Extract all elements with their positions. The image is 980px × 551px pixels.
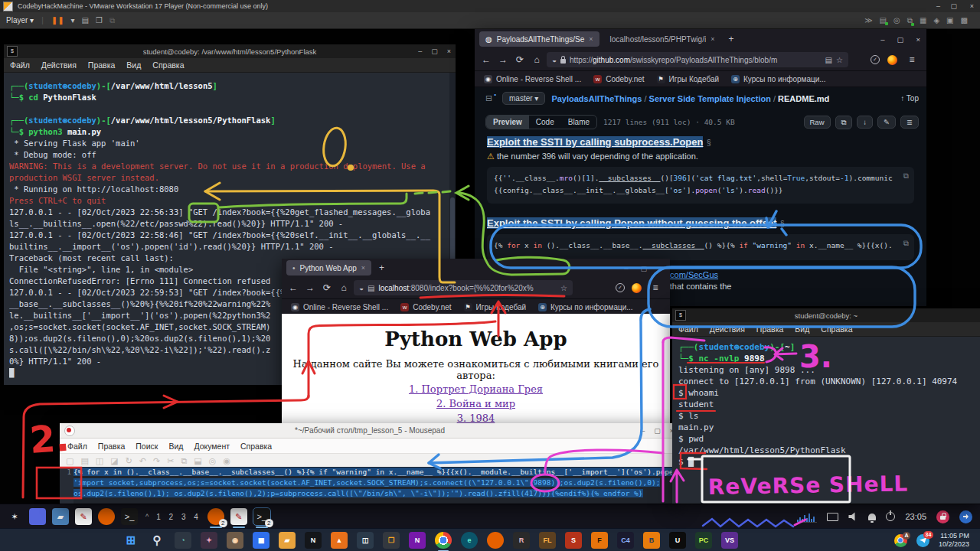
show-desktop-icon[interactable] [29,508,46,525]
minimize-icon[interactable]: – [641,427,645,435]
bookmark-courses-icon[interactable]: ⊕Курсы по информаци... [731,75,826,83]
sound-icon[interactable]: ◈ [933,16,939,24]
breadcrumb-repo[interactable]: PayloadsAllTheThings [551,94,642,103]
substance-icon[interactable]: S [565,532,582,549]
unity-mode-icon[interactable]: ⧉ [109,16,115,25]
copy-code-icon[interactable]: ⧉ [903,239,909,248]
bookmark-star-icon[interactable]: ☆ [836,56,843,64]
anchor-link-icon[interactable]: § [707,139,711,147]
close-icon[interactable]: × [659,264,664,272]
forward-icon[interactable]: → [496,54,510,65]
calendar-icon[interactable]: ▦ [253,532,270,549]
volume-icon[interactable] [848,512,858,521]
bookmark-codeby-net-icon[interactable]: wCodeby.net [400,303,451,311]
tab-payloadsallthethings[interactable]: ◍ PayloadsAllTheThings/Se × [479,31,599,47]
mousepad-window[interactable]: *~/Рабочий стол/tmp_lesson_5 - Mousepad … [60,423,680,504]
breadcrumb-folder[interactable]: Server Side Template Injection [649,94,771,103]
menu-item-действия[interactable]: Действия [41,60,77,70]
list-icon[interactable]: ≣ [900,116,919,129]
bookmark-codeby-games-icon[interactable]: ⚑Игры Кодебай [464,303,526,311]
replace-icon[interactable]: ◉ [223,456,230,466]
virtualbox-icon[interactable]: ◫ [357,532,374,549]
vmware-minimize-button[interactable]: – [936,2,940,10]
bookmark-codeby-net-icon[interactable]: wCodeby.net [593,75,644,83]
menu-item-справка[interactable]: Справка [821,324,852,334]
find-icon[interactable]: ◎ [209,456,217,466]
cut-icon[interactable]: ✂ [167,456,174,466]
terminal-window-netcat[interactable]: $ student@codeby: ~ ФайлДействияПравкаВи… [672,308,980,504]
vmware-maximize-button[interactable]: ▢ [950,2,957,10]
home-icon[interactable]: ⌂ [530,54,544,65]
maximize-icon[interactable]: ▢ [431,47,438,55]
settings-icon[interactable]: ▣ [946,16,953,24]
download-icon[interactable]: ↓ [857,116,873,129]
save-as-icon[interactable]: ◪ [110,456,118,466]
menu-item-действия[interactable]: Действия [710,324,745,334]
visual-studio-icon[interactable]: VS [721,532,738,549]
mousepad-titlebar[interactable]: *~/Рабочий стол/tmp_lesson_5 - Mousepad … [60,423,680,439]
menu-item-файл[interactable]: Файл [10,60,30,70]
book-link-2[interactable]: 2. Война и мир [436,398,515,409]
copy-icon[interactable]: ⧉ [181,456,188,466]
menu-item-поиск[interactable]: Поиск [136,442,158,451]
slack-icon[interactable]: ✦ [201,532,217,549]
menu-item-файл[interactable]: Файл [67,442,87,451]
menu-item-правка[interactable]: Правка [88,60,115,70]
menu-item-правка[interactable]: Правка [756,324,783,334]
vmware-icon[interactable]: ❒ [383,532,400,549]
player-menu[interactable]: Player ▾ [6,16,34,24]
copy-code-icon[interactable]: ⧉ [903,171,909,181]
sidebar-toggle-icon[interactable]: ⊟ [485,93,492,103]
maximize-icon[interactable]: ▢ [897,35,903,44]
pycharm-icon[interactable]: PC [695,532,712,549]
tab-preview[interactable]: Preview [486,116,529,129]
app-menu-icon[interactable]: ≡ [648,282,662,293]
raw-button[interactable]: Raw [804,116,831,129]
app-menu-icon[interactable]: ≡ [905,54,919,65]
anchor-link-icon[interactable]: § [780,220,785,228]
tab-blame[interactable]: Blame [561,116,596,129]
usb-icon[interactable]: ▦ [920,16,926,24]
vlc-icon[interactable]: ▲ [331,532,348,549]
notion-icon[interactable]: N [305,532,322,549]
branch-selector-button[interactable]: master ▾ [502,92,545,105]
top-link[interactable]: ↑ Top [900,94,919,103]
copy-raw-icon[interactable]: ⧉ [835,116,853,129]
bookmark-codeby-games-icon[interactable]: ⚑Игры Кодебай [657,75,719,83]
menu-item-вид[interactable]: Вид [168,442,183,451]
minimize-icon[interactable]: – [624,264,628,272]
terminal-flask-titlebar[interactable]: $ student@codeby: /var/www/html/lesson5/… [4,44,456,58]
davinci-resolve-icon[interactable]: R [513,532,530,549]
taskbar-expand-icon[interactable]: ^ [145,513,149,520]
tab-python-web-app[interactable]: • Python Web App × [286,260,371,276]
forward-icon[interactable]: → [303,282,317,293]
open-file-icon[interactable]: ▤ [80,456,88,466]
cpu-graph-icon[interactable] [797,511,817,523]
maximize-icon[interactable]: ▢ [654,427,661,435]
terminal-netcat-output[interactable]: ┌──(student⊛codeby)-[~]└─$ nc -nvlp 9898… [672,337,980,504]
vmware-close-button[interactable]: × [970,2,974,10]
host-clock[interactable]: 11:05 PM 10/2/2023 [939,532,969,549]
search-icon[interactable]: ⚲ [149,532,165,549]
home-icon[interactable]: ⌂ [337,282,351,293]
tab-close-icon[interactable]: × [589,35,593,43]
back-icon[interactable]: ← [479,54,493,65]
fullscreen-icon[interactable]: ❒ [96,16,103,24]
file-explorer-icon[interactable]: ▰ [279,532,296,549]
bookmark-star-icon[interactable]: ☆ [560,284,567,292]
firefox-icon[interactable] [487,532,504,549]
minimize-icon[interactable]: – [418,47,422,55]
edge-icon[interactable]: e [461,532,478,549]
firefox-account-icon[interactable] [887,55,897,65]
tab-code[interactable]: Code [529,116,561,129]
terminal-netcat-titlebar[interactable]: $ student@codeby: ~ [672,308,980,322]
ctrl-alt-del-icon[interactable]: ▤ [82,16,89,24]
firefox-window-icon[interactable]: 2 [207,508,224,525]
notifications-icon[interactable] [868,514,876,520]
workspace-switcher[interactable]: 1 2 3 4 [156,513,201,521]
power-icon[interactable] [886,512,895,521]
terminal-pin-icon[interactable]: >_ [121,508,138,525]
blender-icon[interactable]: B [643,532,660,549]
screen-lock-icon[interactable] [936,510,949,523]
unreal-icon[interactable]: U [669,532,686,549]
